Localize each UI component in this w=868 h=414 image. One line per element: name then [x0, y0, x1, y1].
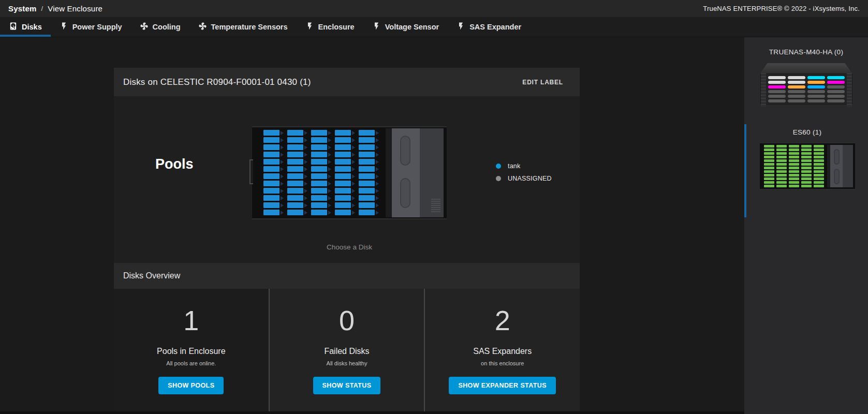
disk-slot[interactable]	[311, 152, 331, 157]
stat-label: SAS Expanders	[473, 347, 532, 356]
disk-slot[interactable]	[335, 144, 355, 150]
io-label-texture	[431, 199, 440, 212]
tab-cooling[interactable]: Cooling	[131, 17, 189, 37]
disk-slot[interactable]	[311, 195, 331, 201]
disk	[359, 173, 375, 179]
disk-slot[interactable]	[263, 137, 284, 143]
disk-slot[interactable]	[359, 152, 379, 157]
legend-item-tank[interactable]: tank	[496, 162, 552, 170]
disk-slot[interactable]	[311, 210, 331, 215]
disk-slot[interactable]	[359, 210, 379, 215]
disk-slot[interactable]	[335, 188, 355, 194]
disk-slot[interactable]	[287, 202, 307, 208]
breadcrumb-system[interactable]: System	[8, 4, 37, 13]
disk-slot[interactable]	[359, 202, 379, 208]
disk-slot[interactable]	[311, 159, 331, 165]
disk-slot[interactable]	[359, 144, 379, 150]
tab-sas-expander[interactable]: SAS Expander	[448, 17, 530, 37]
disk	[789, 149, 799, 151]
disk	[335, 195, 351, 201]
disk-slot[interactable]	[287, 159, 307, 165]
disk-slot[interactable]	[287, 144, 307, 150]
choose-disk-hint: Choose a Disk	[252, 243, 447, 251]
disk-slot[interactable]	[359, 188, 379, 194]
disk-slot[interactable]	[359, 166, 379, 172]
disk	[776, 178, 787, 180]
disk-slot[interactable]	[287, 173, 307, 179]
disk-slot[interactable]	[263, 166, 284, 172]
disk-slot[interactable]	[335, 159, 355, 165]
disk	[287, 166, 303, 172]
disk-slot[interactable]	[263, 152, 284, 157]
disk-slot[interactable]	[287, 195, 307, 201]
sidebar-item-es60[interactable]: ES60 (1)	[744, 124, 868, 217]
disk-slot[interactable]	[335, 210, 355, 215]
disk-slot[interactable]	[263, 202, 284, 208]
disk-slot[interactable]	[359, 181, 379, 186]
disk	[789, 167, 799, 169]
disk-slot[interactable]	[311, 137, 331, 143]
disk-slot[interactable]	[287, 166, 307, 172]
tab-voltage-sensor[interactable]: Voltage Sensor	[363, 17, 448, 37]
disk-slot[interactable]	[311, 181, 331, 186]
drive-bar	[807, 85, 825, 88]
disk-slot[interactable]	[287, 152, 307, 157]
disk-slot[interactable]	[287, 137, 307, 143]
disk-slot[interactable]	[311, 144, 331, 150]
disk-slot[interactable]	[287, 130, 307, 136]
io-module-panel	[827, 145, 853, 187]
disk-slot[interactable]	[311, 173, 331, 179]
disk-slot[interactable]	[311, 130, 331, 136]
disk-slot[interactable]	[263, 210, 284, 215]
show-pools-button[interactable]: SHOW POOLS	[158, 377, 224, 394]
sidebar-item-m40[interactable]: TRUENAS-M40-HA (0)	[744, 37, 868, 124]
tab-power-supply[interactable]: Power Supply	[51, 17, 131, 37]
disk-slot[interactable]	[263, 195, 284, 201]
disk-slot[interactable]	[311, 166, 331, 172]
disk	[263, 195, 279, 201]
show-expander-status-button[interactable]: SHOW EXPANDER STATUS	[449, 377, 556, 394]
disk-slot[interactable]	[263, 181, 284, 186]
show-status-button[interactable]: SHOW STATUS	[313, 377, 381, 394]
stat-sublabel: on this enclosure	[481, 360, 524, 366]
disk-slot[interactable]	[359, 159, 379, 165]
tab-enclosure[interactable]: Enclosure	[297, 17, 363, 37]
disk-slot[interactable]	[263, 188, 284, 194]
disk-slot[interactable]	[335, 181, 355, 186]
disk-slot[interactable]	[263, 159, 284, 165]
tab-label: SAS Expander	[469, 23, 521, 31]
disk-slot[interactable]	[287, 181, 307, 186]
disk-slot[interactable]	[335, 152, 355, 157]
disk	[789, 185, 799, 187]
disk-slot[interactable]	[263, 144, 284, 150]
disk-slot[interactable]	[335, 130, 355, 136]
disk-slot[interactable]	[359, 130, 379, 136]
disk-slot[interactable]	[359, 195, 379, 201]
disk	[814, 156, 824, 158]
tab-temperature-sensors[interactable]: Temperature Sensors	[189, 17, 297, 37]
disk-slot[interactable]	[311, 188, 331, 194]
disk-slot[interactable]	[287, 210, 307, 215]
disk-slot[interactable]	[335, 166, 355, 172]
disk-slot[interactable]	[335, 173, 355, 179]
disk-slot[interactable]	[335, 202, 355, 208]
disk-arrow-icon	[376, 153, 379, 157]
disk-slot[interactable]	[263, 130, 284, 136]
legend-item-unassigned[interactable]: UNASSIGNED	[496, 175, 552, 182]
disk-slot[interactable]	[335, 195, 355, 201]
edit-label-button[interactable]: EDIT LABEL	[522, 79, 563, 86]
disk-slot[interactable]	[263, 173, 284, 179]
disk-arrow-icon	[328, 189, 331, 193]
disk	[359, 181, 375, 186]
disk-slot[interactable]	[287, 188, 307, 194]
disk-slot[interactable]	[359, 137, 379, 143]
tab-disks[interactable]: Disks	[0, 17, 51, 37]
disk	[335, 130, 351, 136]
disk-arrow-icon	[352, 131, 355, 135]
disk	[311, 210, 327, 215]
disk-arrow-icon	[304, 131, 307, 135]
disk-slot[interactable]	[359, 173, 379, 179]
drive-bar	[827, 90, 845, 93]
disk-slot[interactable]	[311, 202, 331, 208]
disk-slot[interactable]	[335, 137, 355, 143]
